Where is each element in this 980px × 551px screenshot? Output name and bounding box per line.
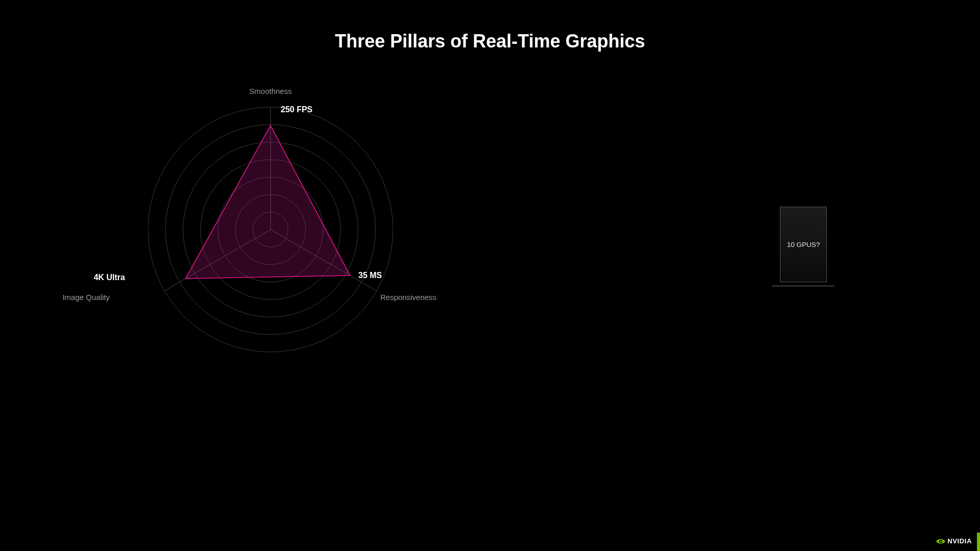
axis-label-smoothness: Smoothness: [249, 87, 291, 95]
axis-label-responsiveness: Responsiveness: [380, 293, 436, 302]
brand-name: NVIDIA: [947, 537, 972, 545]
radar-chart: Smoothness 250 FPS Responsiveness 35 MS …: [148, 82, 393, 367]
svg-point-12: [940, 540, 942, 542]
gpu-box-underline: [772, 286, 835, 286]
axis-label-image-quality: Image Quality: [62, 293, 110, 302]
brand-logo: NVIDIA: [936, 537, 972, 545]
nvidia-eye-icon: [936, 538, 945, 545]
value-label-responsiveness: 35 MS: [358, 271, 382, 280]
page-title: Three Pillars of Real-Time Graphics: [335, 31, 645, 52]
value-label-image-quality: 4K Ultra: [94, 273, 125, 282]
gpu-count-label: 10 GPUS?: [787, 241, 820, 248]
gpu-count-box: 10 GPUS?: [780, 207, 827, 282]
value-label-smoothness: 250 FPS: [281, 105, 312, 114]
green-accent-strip: [977, 533, 980, 551]
svg-marker-10: [186, 126, 350, 279]
